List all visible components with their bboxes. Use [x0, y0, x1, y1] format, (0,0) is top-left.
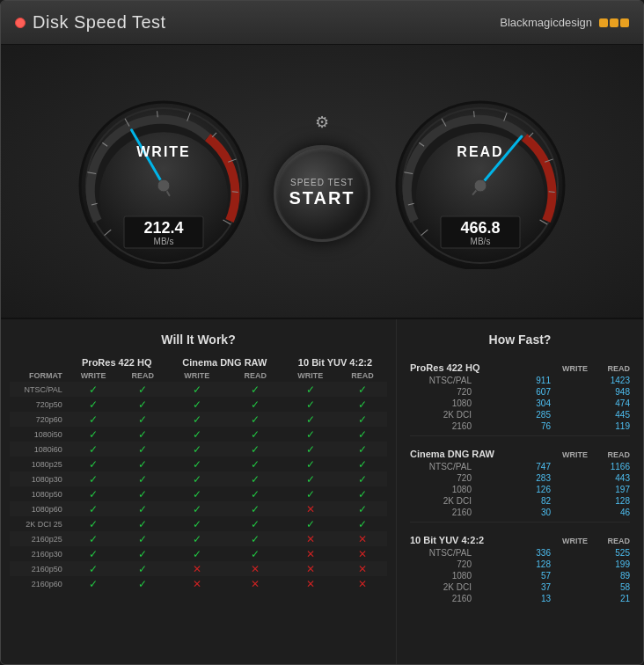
format-label: 2160p50 — [10, 561, 68, 576]
speed-write-value: 285 — [516, 410, 551, 420]
speed-write-value: 128 — [516, 559, 551, 569]
speed-row-label: 1080 — [410, 571, 472, 581]
check-mark: ✓ — [193, 533, 201, 545]
check-cell: ✓ — [120, 531, 166, 546]
speed-write-value: 911 — [516, 376, 551, 385]
svg-line-11 — [232, 192, 238, 193]
check-mark: ✓ — [193, 443, 201, 456]
check-mark: ✓ — [306, 518, 315, 530]
read-gauge: READ 466.8 MB/s — [388, 84, 573, 269]
check-cell: ✓ — [120, 471, 166, 486]
check-mark: ✓ — [89, 563, 98, 575]
check-cell: ✕ — [338, 531, 387, 546]
speed-row-label: 2160 — [410, 421, 472, 431]
check-mark: ✓ — [89, 518, 98, 530]
speed-data-row: 1080304474 — [410, 398, 630, 409]
check-mark: ✓ — [193, 428, 201, 441]
speed-data-row: 2K DCI3758 — [410, 581, 630, 593]
speed-data-row: NTSC/PAL336525 — [410, 547, 630, 559]
check-mark: ✓ — [251, 548, 260, 560]
speed-data-row: 21601321 — [410, 593, 630, 604]
check-cell: ✓ — [68, 442, 120, 457]
title-bar-right: Blackmagicdesign — [500, 16, 629, 29]
format-label: 720p60 — [10, 412, 68, 427]
speed-col-header: WRITE — [553, 450, 588, 459]
check-mark: ✓ — [306, 428, 315, 441]
check-mark: ✓ — [251, 518, 260, 530]
check-mark: ✓ — [138, 563, 147, 575]
check-cell: ✓ — [68, 382, 120, 397]
table-row: 1080i60✓✓✓✓✓✓ — [10, 442, 387, 457]
check-cell: ✕ — [283, 531, 338, 546]
speed-read-value: 21 — [595, 594, 630, 603]
format-label: 2160p60 — [10, 576, 68, 591]
speed-col-header: WRITE — [553, 537, 588, 545]
speed-section-title: Cinema DNG RAW — [410, 449, 494, 459]
format-header — [10, 355, 68, 369]
compat-table: ProRes 422 HQ Cinema DNG RAW 10 Bit YUV … — [10, 355, 387, 591]
start-button[interactable]: SPEED TEST START — [274, 145, 370, 242]
check-mark: ✓ — [138, 533, 147, 545]
speed-write-value: 126 — [516, 485, 551, 494]
check-cell: ✓ — [166, 397, 228, 412]
speed-read-value: 199 — [595, 559, 630, 569]
speed-data-row: 1080126197 — [410, 484, 630, 495]
table-row: 1080p30✓✓✓✓✓✓ — [10, 471, 387, 486]
table-row: 2160p50✓✓✕✕✕✕ — [10, 561, 387, 576]
check-cell: ✓ — [283, 442, 338, 457]
check-mark: ✓ — [358, 384, 367, 396]
check-mark: ✓ — [251, 473, 260, 486]
speed-read-value: 46 — [595, 508, 630, 517]
check-mark: ✓ — [138, 398, 147, 411]
speed-read-value: 948 — [595, 387, 630, 397]
speed-row-label: 720 — [410, 559, 472, 569]
check-cell: ✓ — [166, 442, 228, 457]
check-mark: ✓ — [358, 428, 367, 441]
check-cell: ✓ — [228, 427, 283, 442]
format-label: 1080i50 — [10, 427, 68, 442]
speed-write-value: 304 — [516, 398, 551, 408]
check-cell: ✓ — [120, 516, 166, 531]
cinema-read-header: READ — [228, 369, 283, 382]
check-cell: ✓ — [120, 561, 166, 576]
check-mark: ✓ — [358, 458, 367, 471]
check-cell: ✓ — [228, 486, 283, 501]
check-cell: ✕ — [228, 561, 283, 576]
brand-icon — [599, 18, 629, 27]
speed-read-value: 197 — [595, 485, 630, 494]
settings-button[interactable]: ⚙ — [315, 113, 329, 132]
check-mark: ✓ — [193, 384, 201, 396]
close-button[interactable] — [15, 18, 26, 28]
x-mark: ✕ — [251, 563, 260, 575]
table-row: NTSC/PAL✓✓✓✓✓✓ — [10, 382, 387, 397]
check-mark: ✓ — [251, 413, 260, 426]
check-cell: ✓ — [228, 546, 283, 561]
check-mark: ✓ — [89, 473, 98, 486]
check-mark: ✓ — [193, 503, 201, 515]
format-sub: FORMAT — [10, 369, 68, 382]
check-mark: ✓ — [251, 503, 260, 515]
speed-sections: ProRes 422 HQWRITEREADNTSC/PAL9111423720… — [410, 355, 630, 604]
svg-line-7 — [157, 111, 158, 117]
check-cell: ✓ — [228, 397, 283, 412]
check-cell: ✓ — [120, 412, 166, 427]
format-label: 2160p30 — [10, 546, 68, 561]
speed-data-row: NTSC/PAL7471166 — [410, 461, 630, 472]
check-mark: ✓ — [358, 518, 367, 530]
check-mark: ✓ — [138, 413, 147, 426]
yuv-header: 10 Bit YUV 4:2:2 — [283, 355, 387, 369]
speed-col-header: WRITE — [553, 364, 588, 373]
check-mark: ✓ — [89, 443, 98, 456]
check-cell: ✓ — [68, 397, 120, 412]
speed-write-value: 13 — [516, 594, 551, 603]
speed-data-row: 21603046 — [410, 507, 630, 518]
check-cell: ✓ — [68, 471, 120, 486]
x-mark: ✕ — [193, 578, 201, 590]
check-cell: ✓ — [120, 486, 166, 501]
x-mark: ✕ — [306, 503, 315, 515]
speed-section-title: ProRes 422 HQ — [410, 362, 479, 373]
check-mark: ✓ — [358, 488, 367, 501]
check-cell: ✕ — [338, 561, 387, 576]
x-mark: ✕ — [358, 563, 367, 575]
check-cell: ✓ — [283, 486, 338, 501]
